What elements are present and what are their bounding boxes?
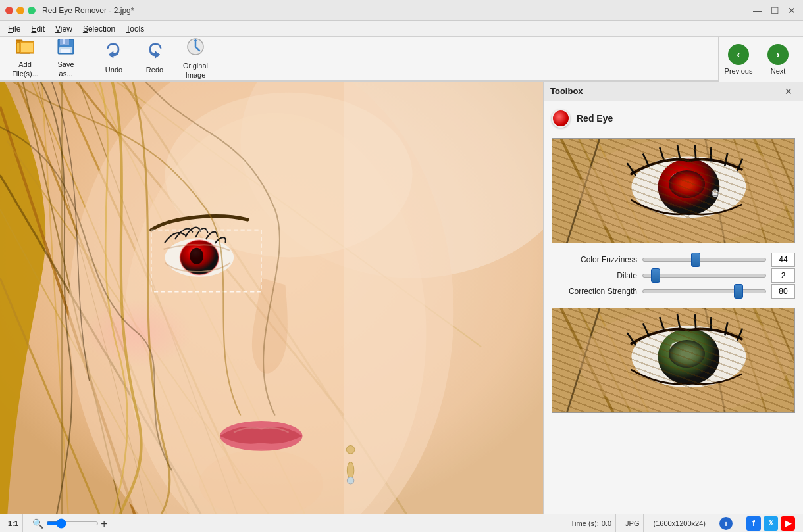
social-section: f 𝕏 ▶ bbox=[742, 514, 799, 532]
toolbox-header: Toolbox ✕ bbox=[544, 82, 803, 101]
eye-preview-before-image bbox=[552, 139, 794, 243]
svg-line-70 bbox=[552, 308, 623, 413]
svg-line-61 bbox=[660, 147, 664, 160]
zoom-slider[interactable] bbox=[46, 521, 99, 525]
previous-icon: ‹ bbox=[728, 44, 749, 65]
zoom-controls: 🔍 + bbox=[28, 514, 111, 532]
menu-file[interactable]: File bbox=[3, 23, 26, 35]
correction-strength-row: Correction Strength 80 bbox=[552, 284, 795, 299]
dot-yellow[interactable] bbox=[16, 7, 24, 14]
format-value: JPG bbox=[625, 520, 639, 527]
svg-line-51 bbox=[764, 139, 794, 191]
toolbox-close-button[interactable]: ✕ bbox=[781, 85, 796, 98]
info-button[interactable]: i bbox=[719, 517, 733, 530]
time-value: 0.0 bbox=[602, 520, 611, 527]
dilate-value: 2 bbox=[771, 268, 795, 283]
svg-point-68 bbox=[713, 191, 718, 196]
svg-line-59 bbox=[627, 163, 636, 176]
undo-label: Undo bbox=[105, 66, 122, 74]
next-button[interactable]: › Next bbox=[758, 39, 798, 79]
color-fuzziness-value: 44 bbox=[771, 253, 795, 267]
toolbar: AddFile(s)... Saveas... Undo bbox=[0, 37, 803, 82]
svg-line-87 bbox=[695, 314, 696, 328]
svg-point-82 bbox=[670, 342, 686, 354]
twitter-button[interactable]: 𝕏 bbox=[764, 516, 778, 531]
main-area: Toolbox ✕ Red Eye bbox=[0, 82, 803, 514]
next-icon: › bbox=[767, 44, 789, 65]
menu-selection[interactable]: Selection bbox=[78, 23, 120, 35]
svg-line-85 bbox=[660, 317, 664, 330]
svg-line-48 bbox=[588, 139, 658, 243]
add-files-icon bbox=[16, 39, 34, 59]
svg-line-63 bbox=[695, 145, 696, 158]
zoom-in-icon[interactable]: + bbox=[101, 517, 107, 529]
menu-view[interactable]: View bbox=[50, 23, 78, 35]
window-dots bbox=[5, 7, 36, 14]
dilate-thumb[interactable] bbox=[651, 268, 660, 283]
svg-line-83 bbox=[627, 333, 636, 345]
svg-rect-9 bbox=[61, 49, 70, 53]
eye-preview-after-image bbox=[552, 308, 794, 413]
svg-line-72 bbox=[588, 308, 658, 413]
color-fuzziness-row: Color Fuzziness 44 bbox=[552, 253, 795, 267]
dot-green[interactable] bbox=[28, 7, 36, 14]
dilate-label: Dilate bbox=[552, 271, 637, 280]
svg-rect-7 bbox=[63, 39, 65, 44]
svg-point-80 bbox=[658, 328, 720, 385]
zoom-ratio: 1:1 bbox=[8, 520, 18, 527]
svg-line-60 bbox=[643, 153, 649, 166]
svg-line-73 bbox=[729, 308, 773, 413]
add-files-button[interactable]: AddFile(s)... bbox=[5, 39, 45, 78]
correction-strength-thumb[interactable] bbox=[734, 284, 743, 299]
window-title: Red Eye Remover - 2.jpg* bbox=[42, 6, 134, 15]
svg-rect-45 bbox=[552, 139, 794, 243]
correction-strength-track[interactable] bbox=[642, 289, 766, 293]
svg-line-62 bbox=[677, 145, 680, 158]
svg-point-79 bbox=[631, 326, 746, 387]
dot-red[interactable] bbox=[5, 7, 13, 14]
close-button[interactable]: ✕ bbox=[786, 5, 798, 16]
svg-point-57 bbox=[674, 172, 695, 197]
svg-line-76 bbox=[561, 308, 605, 413]
svg-line-50 bbox=[746, 139, 794, 227]
titlebar: Red Eye Remover - 2.jpg* — ☐ ✕ bbox=[0, 0, 803, 21]
svg-line-89 bbox=[725, 322, 727, 335]
previous-button[interactable]: ‹ Previous bbox=[719, 39, 758, 79]
save-icon bbox=[57, 39, 74, 59]
menu-edit[interactable]: Edit bbox=[26, 23, 50, 35]
svg-line-49 bbox=[729, 139, 773, 243]
toolbox-content: Red Eye bbox=[544, 101, 803, 421]
nav-buttons: ‹ Previous › Next bbox=[718, 37, 803, 82]
next-label: Next bbox=[771, 67, 786, 75]
svg-rect-44 bbox=[344, 82, 543, 514]
color-fuzziness-thumb[interactable] bbox=[691, 253, 700, 267]
canvas-area[interactable] bbox=[0, 82, 543, 514]
time-label: Time (s): bbox=[571, 520, 599, 527]
original-image-button[interactable]: OriginalImage bbox=[176, 39, 215, 78]
facebook-button[interactable]: f bbox=[746, 516, 761, 531]
youtube-button[interactable]: ▶ bbox=[781, 516, 795, 531]
toolbox-title: Toolbox bbox=[550, 86, 583, 96]
correction-strength-value: 80 bbox=[771, 284, 795, 299]
redo-button[interactable]: Redo bbox=[135, 39, 174, 78]
svg-point-67 bbox=[712, 189, 719, 197]
svg-point-40 bbox=[190, 248, 203, 264]
save-as-button[interactable]: Saveas... bbox=[46, 39, 86, 78]
zoom-out-icon[interactable]: 🔍 bbox=[32, 518, 43, 529]
preview-before bbox=[552, 138, 795, 243]
redo-icon bbox=[145, 43, 164, 64]
dilate-track[interactable] bbox=[642, 274, 766, 278]
svg-line-47 bbox=[570, 139, 640, 243]
toolbar-sep-1 bbox=[90, 42, 90, 75]
svg-line-75 bbox=[764, 308, 794, 361]
section-header: Red Eye bbox=[552, 109, 795, 128]
minimize-button[interactable]: — bbox=[752, 5, 764, 16]
maximize-button[interactable]: ☐ bbox=[769, 5, 781, 16]
color-fuzziness-track[interactable] bbox=[642, 258, 766, 262]
menu-tools[interactable]: Tools bbox=[120, 23, 149, 35]
undo-button[interactable]: Undo bbox=[94, 39, 134, 78]
original-image-icon bbox=[186, 37, 205, 60]
red-eye-icon bbox=[552, 109, 570, 128]
dimensions-section: (1600x1200x24) bbox=[649, 514, 710, 532]
toolbox-panel: Toolbox ✕ Red Eye bbox=[543, 82, 803, 514]
